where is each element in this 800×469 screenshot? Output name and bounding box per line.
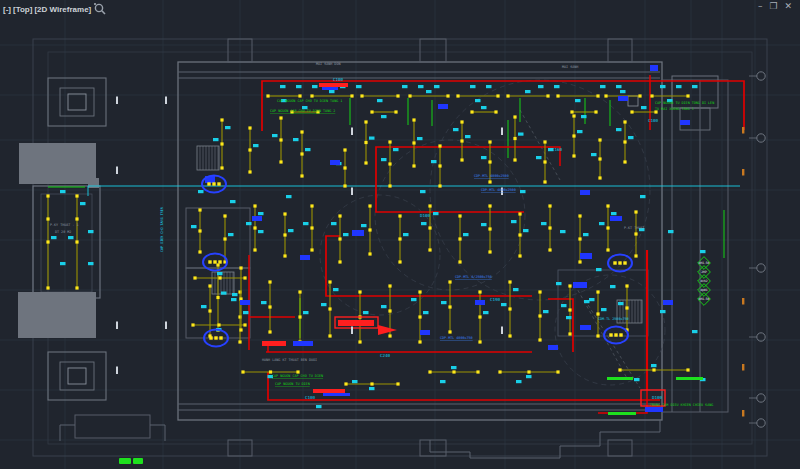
svg-text:MAI SANH DON: MAI SANH DON [316,62,341,66]
restore-button[interactable]: ❐ [769,0,777,12]
svg-text:D100: D100 [420,213,431,218]
svg-text:TRUNG TAM DIEU KHIEN CHIEU SAN: TRUNG TAM DIEU KHIEN CHIEU SANG [650,403,713,407]
viewport-menu-button[interactable]: [-] [3,5,11,14]
drawing-window-controls: – ❐ ✕ [758,0,792,12]
svg-text:2HP: 2HP [701,270,707,274]
drawing-canvas[interactable]: dH1.502HPdch2dp01dH1.50C100C100C160D100C… [0,0,800,469]
device-tags [60,85,706,408]
magnifier-icon [93,2,107,16]
svg-text:dH1.50: dH1.50 [699,261,710,265]
svg-text:CDP-MTL 4000x2500: CDP-MTL 4000x2500 [481,188,516,192]
svg-text:DT 20 M2: DT 20 M2 [55,230,71,234]
svg-text:P.KT THUAT: P.KT THUAT [624,226,644,230]
svg-text:D100: D100 [652,395,663,400]
fixture-circles [202,176,632,347]
svg-text:dp01: dp01 [700,288,707,292]
svg-text:CAP NGUON TU DIEN: CAP NGUON TU DIEN [275,382,310,386]
svg-text:HANH LANG KT THUAT BEN DUOI: HANH LANG KT THUAT BEN DUOI [262,358,317,362]
svg-text:C240: C240 [380,353,391,358]
svg-text:C100: C100 [648,118,659,123]
minimize-button[interactable]: – [758,0,763,12]
view-controls-menu[interactable]: [Top] [13,5,32,14]
svg-text:CAP DIEN CHO TANG TREN: CAP DIEN CHO TANG TREN [160,207,164,252]
svg-text:C100: C100 [333,77,344,82]
cad-drawing-window: dH1.502HPdch2dp01dH1.50C100C100C160D100C… [0,0,800,469]
svg-text:CAP NGUON CAP CHO TU DIEN TANG: CAP NGUON CAP CHO TU DIEN TANG 1 [277,99,342,103]
svg-text:CDP-MTL 4000x2500: CDP-MTL 4000x2500 [474,174,509,178]
svg-text:C160: C160 [552,147,563,152]
grid-bubbles [749,72,765,427]
svg-text:CAP NGUON TU DIEN TONG DI LEN: CAP NGUON TU DIEN TONG DI LEN [655,101,714,105]
close-button[interactable]: ✕ [784,0,792,12]
svg-text:P.KY THUAT - 1: P.KY THUAT - 1 [50,223,79,227]
red-circuit-lines [249,75,744,413]
ceiling-arcs [320,80,665,385]
svg-text:CAP NGUON CAP CHO TU DIEN: CAP NGUON CAP CHO TU DIEN [272,374,323,378]
svg-text:CAP NGUON CAP CHO TU DIEN TANG: CAP NGUON CAP CHO TU DIEN TANG 2 [270,109,335,113]
svg-text:dH1.50: dH1.50 [699,297,710,301]
keynote-diamonds: dH1.502HPdch2dp01dH1.50 [698,257,711,306]
svg-text:CDP-MTL 4/2500x750: CDP-MTL 4/2500x750 [455,275,492,279]
svg-text:dch2: dch2 [700,279,707,283]
feeder-cyan-lines [88,186,740,196]
svg-text:C100: C100 [305,395,316,400]
svg-text:TU MAI XUONG TANG 1: TU MAI XUONG TANG 1 [655,107,694,111]
viewport-controls: [-][Top][2D Wireframe] [3,2,107,16]
visual-style-menu[interactable]: [2D Wireframe] [34,5,91,14]
reference-ticks [116,97,744,417]
svg-text:CDM-TL 2500x750: CDM-TL 2500x750 [598,317,629,321]
gray-hatch-fills [18,143,99,338]
svg-text:CDP-MTL 4000x750: CDP-MTL 4000x750 [440,336,473,340]
svg-text:MAI SANH: MAI SANH [562,65,578,69]
svg-text:C190: C190 [490,297,501,302]
